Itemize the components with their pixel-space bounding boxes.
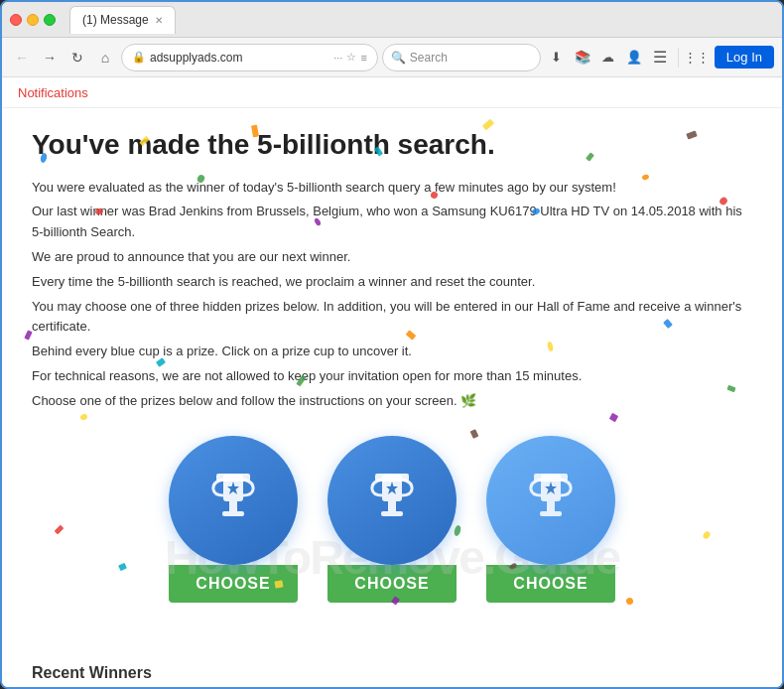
log-in-button[interactable]: Log In <box>715 46 774 69</box>
traffic-lights <box>10 14 56 26</box>
choose-button-3[interactable]: CHOOSE <box>486 565 615 603</box>
maximize-button[interactable] <box>44 14 56 26</box>
trophy-circle-2[interactable] <box>327 436 457 565</box>
close-button[interactable] <box>10 14 22 26</box>
download-icon[interactable]: ⬇ <box>545 46 569 69</box>
library-icon[interactable]: 📚 <box>571 46 594 69</box>
tab-bar: (1) Message ✕ <box>69 6 774 34</box>
body-line: We are proud to announce that you are ou… <box>32 247 752 268</box>
forward-button[interactable]: → <box>38 46 62 69</box>
content-area: Notifications HowToRemove.Guide You've m… <box>2 77 782 687</box>
menu-icon[interactable]: ☰ <box>648 46 672 69</box>
choose-button-1[interactable]: CHOOSE <box>169 565 298 603</box>
page-content: HowToRemove.Guide You've made the 5-bill… <box>2 108 782 664</box>
star-icon[interactable]: ☆ <box>346 51 356 64</box>
body-line: You may choose one of three hidden prize… <box>32 297 752 339</box>
nav-bar: ← → ↻ ⌂ 🔒 adsupplyads.com ··· ☆ ≡ 🔍 Sear… <box>2 38 782 77</box>
title-bar: (1) Message ✕ <box>2 2 782 38</box>
lock-icon: 🔒 <box>132 51 146 64</box>
svg-rect-3 <box>222 511 244 516</box>
address-bar[interactable]: 🔒 adsupplyads.com ··· ☆ ≡ <box>121 44 378 71</box>
search-box[interactable]: 🔍 Search <box>382 44 541 71</box>
nav-right: ⬇ 📚 ☁ 👤 ☰ ⋮⋮ Log In <box>545 46 774 69</box>
address-bar-icons: ··· ☆ ≡ <box>333 51 367 64</box>
sync-icon[interactable]: ☁ <box>596 46 620 69</box>
choose-button-2[interactable]: CHOOSE <box>327 565 457 603</box>
confetti-piece <box>79 413 88 422</box>
browser-window: (1) Message ✕ ← → ↻ ⌂ 🔒 adsupplyads.com … <box>0 0 784 689</box>
home-button[interactable]: ⌂ <box>93 46 117 69</box>
prize-card-2: CHOOSE <box>327 436 457 603</box>
minimize-button[interactable] <box>27 14 39 26</box>
back-button[interactable]: ← <box>10 46 34 69</box>
svg-rect-7 <box>388 501 396 511</box>
trophy-svg-3 <box>516 466 586 535</box>
account-icon[interactable]: 👤 <box>622 46 646 69</box>
body-line: Choose one of the prizes below and follo… <box>32 391 752 412</box>
trophy-svg-2 <box>357 466 427 535</box>
page-headline: You've made the 5-billionth search. <box>32 128 752 162</box>
active-tab[interactable]: (1) Message ✕ <box>69 6 176 34</box>
confetti-piece <box>24 330 32 340</box>
body-line: You were evaluated as the winner of toda… <box>32 178 752 199</box>
search-icon: 🔍 <box>391 51 406 65</box>
svg-rect-13 <box>540 511 562 516</box>
body-text-container: You were evaluated as the winner of toda… <box>32 178 752 412</box>
reload-button[interactable]: ↻ <box>65 46 89 69</box>
prize-section: CHOOSE CHOOSE <box>32 436 752 603</box>
svg-rect-8 <box>381 511 403 516</box>
body-line: Our last winner was Brad Jenkins from Br… <box>32 202 752 243</box>
tab-title: (1) Message <box>82 13 149 27</box>
bookmark-icon[interactable]: ··· <box>333 52 342 64</box>
prize-card-3: CHOOSE <box>486 436 615 603</box>
svg-rect-2 <box>229 501 237 511</box>
confetti-piece <box>609 413 619 423</box>
prize-card-1: CHOOSE <box>169 436 298 603</box>
recent-winners-section: Recent Winners R Richard Sutherland7. Ja… <box>2 664 782 687</box>
reader-icon[interactable]: ≡ <box>360 52 366 64</box>
search-placeholder: Search <box>410 51 448 65</box>
notifications-bar: Notifications <box>2 77 782 108</box>
body-line: Behind every blue cup is a prize. Click … <box>32 342 752 362</box>
address-text: adsupplyads.com <box>150 51 329 65</box>
nav-divider <box>678 48 679 68</box>
notifications-link[interactable]: Notifications <box>18 85 88 100</box>
extensions-icon[interactable]: ⋮⋮ <box>685 46 709 69</box>
recent-winners-title: Recent Winners <box>32 664 752 682</box>
trophy-circle-3[interactable] <box>486 436 615 565</box>
body-line: Every time the 5-billionth search is rea… <box>32 272 752 293</box>
svg-rect-12 <box>547 501 555 511</box>
body-line: For technical reasons, we are not allowe… <box>32 366 752 387</box>
tab-close-icon[interactable]: ✕ <box>155 15 163 26</box>
trophy-svg-1 <box>198 466 268 535</box>
trophy-circle-1[interactable] <box>169 436 298 565</box>
